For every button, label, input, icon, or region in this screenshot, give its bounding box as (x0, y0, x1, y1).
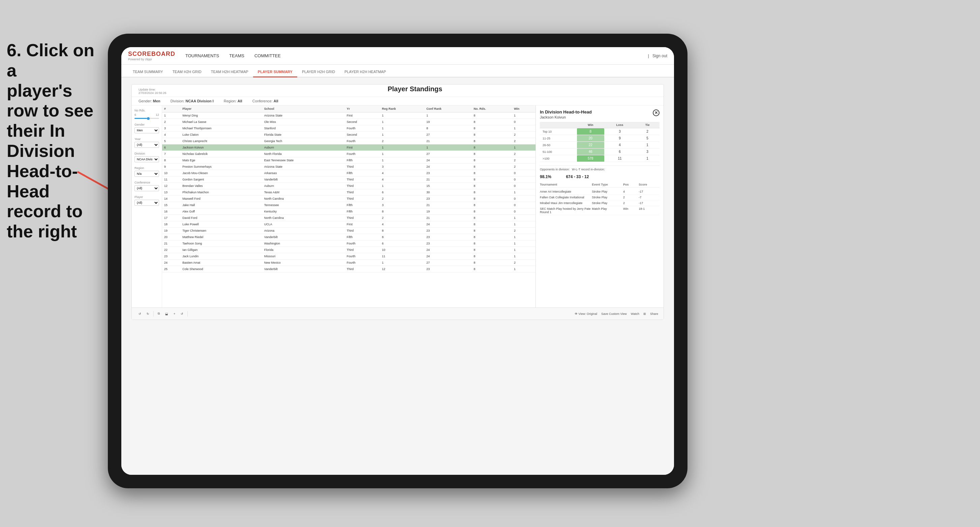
table-row[interactable]: 12 Brendan Valles Auburn Third 1 15 8 0 (162, 183, 536, 189)
table-row[interactable]: 6 Jackson Koivun Auburn First 1 1 8 1 (162, 144, 536, 151)
col-pos: Pos (623, 183, 639, 186)
table-row[interactable]: 7 Nicholas Gabrelcik North Florida Fourt… (162, 151, 536, 157)
cell-school: Georgia Tech (262, 138, 345, 144)
nav-tournaments[interactable]: TOURNAMENTS (185, 52, 219, 60)
toolbar-redo[interactable]: ↻ (145, 311, 151, 316)
cell-player: Taehoon Song (180, 240, 262, 247)
cell-player: Preston Summerhays (180, 163, 262, 170)
toolbar-share[interactable]: Share (650, 312, 658, 316)
nav-committee[interactable]: COMMITTEE (255, 52, 281, 60)
cell-reg: 1 (380, 113, 424, 119)
col-conf-rank: Conf Rank (424, 105, 471, 113)
cell-win: 1 (512, 253, 536, 260)
sign-out-link[interactable]: Sign out (652, 54, 667, 58)
table-row[interactable]: 14 Maxwell Ford North Carolina Third 2 2… (162, 196, 536, 202)
tournament-pos: 4 (623, 190, 639, 193)
table-row[interactable]: 16 Alex Goff Kentucky Fifth 8 19 8 0 (162, 208, 536, 215)
table-row[interactable]: 17 David Ford North Carolina Third 2 21 … (162, 215, 536, 221)
logo-text: SCOREBOARD (128, 51, 175, 57)
table-row[interactable]: 21 Taehoon Song Washington Fourth 6 23 8… (162, 240, 536, 247)
sidebar-year-select[interactable]: (All) (134, 142, 159, 148)
table-row[interactable]: 25 Cole Sherwood Vanderbilt Third 12 23 … (162, 266, 536, 272)
cell-school: East Tennessee State (262, 157, 345, 163)
table-row[interactable]: 9 Preston Summerhays Arizona State Third… (162, 163, 536, 170)
filter-region: Region: All (224, 99, 242, 103)
toolbar-paste[interactable]: ⬓ (164, 311, 170, 316)
table-row[interactable]: 8 Mats Ege East Tennessee State Fifth 1 … (162, 157, 536, 163)
cell-yr: Third (345, 228, 380, 234)
tab-player-h2h-grid[interactable]: PLAYER H2H GRID (297, 67, 340, 78)
table-row[interactable]: 18 Luke Powell UCLA First 4 24 8 1 (162, 221, 536, 228)
cell-conf: 15 (424, 183, 471, 189)
cell-player: Jake Hall (180, 202, 262, 208)
sidebar-region-select[interactable]: N/a (134, 171, 159, 177)
toolbar-copy[interactable]: ⧉ (156, 311, 161, 316)
toolbar-more[interactable]: + (172, 311, 177, 316)
sidebar-no-rds-label: No Rds. (134, 109, 159, 112)
cell-reg: 1 (380, 144, 424, 151)
sidebar-gender-select[interactable]: Men (134, 127, 159, 133)
cell-yr: Third (345, 176, 380, 183)
h2h-cell-tie: 1 (635, 142, 660, 149)
h2h-cell-label: Top 10 (540, 128, 577, 135)
cell-rds: 8 (471, 170, 512, 176)
h2h-cell-label: 11-25 (540, 135, 577, 142)
cell-conf: 24 (424, 247, 471, 253)
sidebar-player-label: Player (134, 195, 159, 199)
toolbar-refresh[interactable]: ↺ (179, 311, 185, 316)
table-row[interactable]: 10 Jacob Mou-Olesen Arkansas Fifth 4 23 … (162, 170, 536, 176)
h2h-cell-tie: 1 (635, 155, 660, 162)
table-row[interactable]: 19 Tiger Christensen Arizona Third 8 23 … (162, 228, 536, 234)
table-row[interactable]: 13 Phichakun Maichon Texas A&M Third 6 3… (162, 189, 536, 196)
toolbar-save-custom[interactable]: Save Custom View (601, 312, 627, 316)
cell-conf: 27 (424, 132, 471, 138)
h2h-close-button[interactable]: ✕ (653, 110, 660, 116)
cell-num: 13 (162, 189, 180, 196)
sidebar-division-select[interactable]: NCAA Division I (134, 156, 159, 162)
tournament-name: Amer Ari Intercollegiate (540, 190, 592, 193)
table-row[interactable]: 5 Christo Lamprecht Georgia Tech Fourth … (162, 138, 536, 144)
table-row[interactable]: 15 Jake Hall Tennessee Fifth 3 21 8 0 (162, 202, 536, 208)
table-row[interactable]: 11 Gordon Sargent Vanderbilt Third 4 21 … (162, 176, 536, 183)
cell-win: 0 (512, 183, 536, 189)
cell-num: 22 (162, 247, 180, 253)
tab-player-h2h-heatmap[interactable]: PLAYER H2H HEATMAP (340, 67, 391, 78)
table-row[interactable]: 23 Jack Lundin Missouri Fourth 11 24 8 1 (162, 253, 536, 260)
table-row[interactable]: 20 Matthew Riedel Vanderbilt Fifth 8 23 … (162, 234, 536, 240)
h2h-cell-loss: 11 (604, 155, 635, 162)
toolbar-undo[interactable]: ↺ (137, 311, 143, 316)
tab-team-h2h-heatmap[interactable]: TEAM H2H HEATMAP (206, 67, 253, 78)
cell-rds: 8 (471, 183, 512, 189)
cell-school: Vanderbilt (262, 176, 345, 183)
filter-conference: Conference: All (252, 99, 278, 103)
cell-school: Vanderbilt (262, 266, 345, 272)
tab-team-summary[interactable]: TEAM SUMMARY (128, 67, 168, 78)
table-row[interactable]: 3 Michael Thorbjornsen Stanford Fourth 1… (162, 125, 536, 132)
tournament-name: SEC Match Play hosted by Jerry Pate Roun… (540, 207, 592, 214)
toolbar-layout[interactable]: ⊞ (643, 312, 646, 316)
tab-player-summary[interactable]: PLAYER SUMMARY (253, 67, 297, 78)
table-row[interactable]: 4 Luke Claton Florida State Second 1 27 … (162, 132, 536, 138)
table-row[interactable]: 2 Michael La Sasse Ole Miss Second 1 19 … (162, 119, 536, 125)
sidebar-slider[interactable]: 6 12 (134, 113, 159, 119)
table-row[interactable]: 24 Bastien Amat New Mexico Fourth 1 27 8… (162, 260, 536, 266)
sidebar-player-select[interactable]: (All) (134, 200, 159, 206)
toolbar-watch[interactable]: Watch (631, 312, 639, 316)
h2h-cell-win: 578 (577, 155, 604, 162)
cell-player: David Ford (180, 215, 262, 221)
sidebar-conference-select[interactable]: (All) (134, 185, 159, 191)
cell-conf: 23 (424, 228, 471, 234)
table-row[interactable]: 1 Wenyi Ding Arizona State First 1 1 8 1 (162, 113, 536, 119)
nav-teams[interactable]: TEAMS (229, 52, 244, 60)
sidebar-division-label: Division (134, 152, 159, 155)
cell-num: 23 (162, 253, 180, 260)
cell-num: 20 (162, 234, 180, 240)
cell-reg: 2 (380, 196, 424, 202)
cell-rds: 8 (471, 221, 512, 228)
sidebar-player-section: Player (All) (134, 195, 159, 206)
toolbar-view-original[interactable]: 👁 View: Original (574, 312, 597, 316)
cell-yr: Third (345, 189, 380, 196)
col-event-type: Event Type (592, 183, 623, 186)
table-row[interactable]: 22 Ian Gilligan Florida Third 10 24 8 1 (162, 247, 536, 253)
tab-team-h2h-grid[interactable]: TEAM H2H GRID (168, 67, 206, 78)
